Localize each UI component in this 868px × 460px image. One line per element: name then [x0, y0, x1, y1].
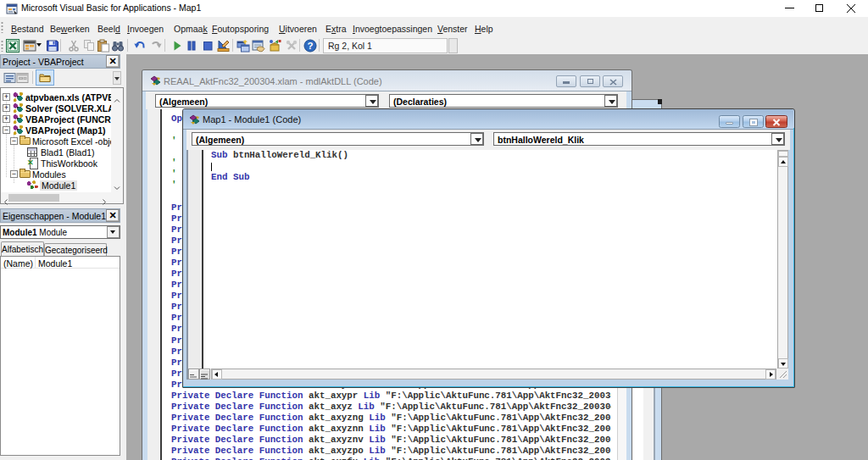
svg-text:?: ?	[307, 41, 313, 51]
